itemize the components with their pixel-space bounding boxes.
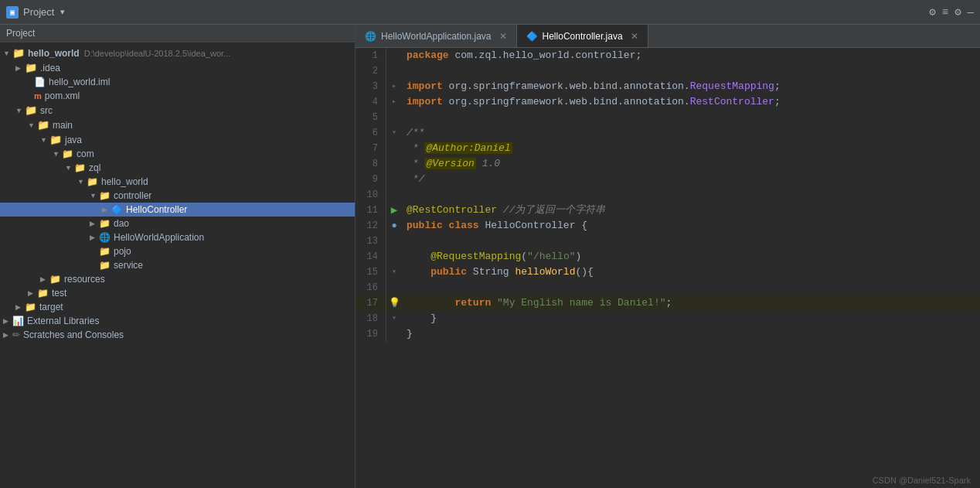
tree-item-scratches[interactable]: ✏ Scratches and Consoles bbox=[0, 328, 355, 342]
arrow-icon bbox=[77, 178, 87, 186]
tree-item-hello-world-app[interactable]: 🌐 HelloWorldApplication bbox=[0, 230, 355, 244]
tree-item-hello-controller[interactable]: 🔷 HelloController bbox=[0, 203, 355, 217]
tree-item-pom[interactable]: m pom.xml bbox=[0, 89, 355, 103]
code-line-3: 3 ▸ import org.springframework.web.bind.… bbox=[356, 79, 980, 94]
code-line-14: 14 @RequestMapping("/hello") bbox=[356, 249, 980, 264]
project-tree[interactable]: 📁 hello_world D:\develop\idealU-2018.2.5… bbox=[0, 43, 355, 488]
tree-item-iml[interactable]: 📄 hello_world.iml bbox=[0, 75, 355, 89]
fold-icon[interactable]: ▾ bbox=[392, 125, 396, 141]
tree-label: service bbox=[114, 260, 143, 271]
tree-label: External Libraries bbox=[27, 316, 99, 326]
folder-open-icon: 📁 bbox=[37, 119, 49, 131]
tree-item-resources[interactable]: 📁 resources bbox=[0, 272, 355, 286]
folder-open-icon: 📁 bbox=[74, 162, 86, 173]
tree-item-dao[interactable]: 📁 dao bbox=[0, 217, 355, 230]
tree-label: zql bbox=[89, 162, 100, 173]
line-number-2: 2 bbox=[356, 63, 386, 79]
minimize-icon[interactable]: — bbox=[968, 6, 974, 19]
code-line-18: 18 ▾ } bbox=[356, 311, 980, 326]
tree-item-java[interactable]: 📁 java bbox=[0, 132, 355, 147]
tree-item-pojo[interactable]: 📁 pojo bbox=[0, 244, 355, 258]
tree-label: .idea bbox=[40, 63, 60, 73]
project-icon: ▣ bbox=[6, 6, 19, 19]
tab-close-hc[interactable]: ✕ bbox=[631, 31, 638, 42]
line-gutter-2 bbox=[386, 63, 402, 79]
tab-close-hwapp[interactable]: ✕ bbox=[499, 31, 507, 42]
code-line-19: 19 } bbox=[356, 326, 980, 342]
arrow-icon bbox=[90, 220, 99, 227]
tree-item-hello-world-root[interactable]: 📁 hello_world D:\develop\idealU-2018.2.5… bbox=[0, 46, 355, 60]
code-line-9: 9 */ bbox=[356, 172, 980, 187]
line-gutter-7 bbox=[386, 141, 402, 156]
line-content-5 bbox=[402, 110, 980, 125]
tab-hello-world-app[interactable]: 🌐 HelloWorldApplication.java ✕ bbox=[356, 25, 517, 47]
code-editor[interactable]: 1 package com.zql.hello_world.controller… bbox=[356, 48, 980, 488]
tree-item-test[interactable]: 📁 test bbox=[0, 286, 355, 300]
line-content-18: } bbox=[402, 311, 980, 326]
line-gutter-10 bbox=[386, 187, 402, 203]
code-line-7: 7 * @Author:Daniel bbox=[356, 141, 980, 156]
line-content-4: import org.springframework.web.bind.anno… bbox=[402, 94, 980, 110]
code-line-2: 2 bbox=[356, 63, 980, 79]
folder-open-icon: 📁 bbox=[12, 47, 25, 59]
config-icon[interactable]: ⚙ bbox=[954, 5, 961, 19]
line-gutter-5 bbox=[386, 110, 402, 125]
settings-icon[interactable]: ⚙ bbox=[929, 5, 935, 19]
tab-hello-controller[interactable]: 🔷 HelloController.java ✕ bbox=[517, 25, 648, 47]
tree-item-controller[interactable]: 📁 controller bbox=[0, 189, 355, 203]
tree-label: hello_world bbox=[28, 48, 80, 59]
fold-icon[interactable]: ▾ bbox=[392, 311, 396, 326]
tree-label: controller bbox=[114, 190, 151, 201]
line-content-16 bbox=[402, 280, 980, 295]
tree-item-src[interactable]: 📁 src bbox=[0, 103, 355, 118]
tree-item-main[interactable]: 📁 main bbox=[0, 118, 355, 132]
title-bar-title: Project bbox=[23, 6, 54, 18]
run-icon[interactable]: ▶ bbox=[391, 203, 397, 218]
fold-icon[interactable]: ▾ bbox=[392, 264, 396, 280]
layout-icon[interactable]: ≡ bbox=[942, 6, 948, 19]
code-line-12: 12 ● public class HelloController { bbox=[356, 218, 980, 234]
code-line-6: 6 ▾ /** bbox=[356, 125, 980, 141]
tree-item-hello-world-pkg[interactable]: 📁 hello_world bbox=[0, 175, 355, 189]
folder-open-icon: 📁 bbox=[99, 190, 111, 201]
tab-icon-hwapp: 🌐 bbox=[365, 31, 376, 42]
line-gutter-17: 💡 bbox=[386, 295, 402, 311]
tree-item-zql[interactable]: 📁 zql bbox=[0, 161, 355, 175]
app-icon: 🌐 bbox=[99, 232, 111, 243]
arrow-icon bbox=[28, 121, 37, 129]
tree-label: HelloWorldApplication bbox=[114, 232, 204, 243]
line-gutter-12: ● bbox=[386, 218, 402, 234]
tree-item-idea[interactable]: 📁 .idea bbox=[0, 60, 355, 75]
line-gutter-8 bbox=[386, 156, 402, 172]
line-number-6: 6 bbox=[356, 125, 386, 141]
folder-open-icon: 📁 bbox=[87, 176, 98, 187]
fold-icon[interactable]: ▸ bbox=[392, 79, 396, 94]
tree-item-service[interactable]: 📁 service bbox=[0, 258, 355, 272]
tree-label: hello_world.iml bbox=[49, 77, 110, 87]
sidebar: Project 📁 hello_world D:\develop\idealU-… bbox=[0, 25, 356, 488]
code-line-11: 11 ▶ @RestController //为了返回一个字符串 bbox=[356, 203, 980, 218]
bulb-icon[interactable]: 💡 bbox=[389, 295, 400, 311]
line-content-12: public class HelloController { bbox=[402, 218, 980, 234]
folder-open-icon: 📁 bbox=[62, 148, 73, 159]
arrow-icon bbox=[40, 136, 49, 144]
line-gutter-3: ▸ bbox=[386, 79, 402, 94]
xml-icon: m bbox=[34, 91, 42, 101]
line-gutter-9 bbox=[386, 172, 402, 187]
line-content-8: * @Version 1.0 bbox=[402, 156, 980, 172]
line-gutter-19 bbox=[386, 326, 402, 342]
arrow-icon bbox=[102, 206, 111, 213]
line-number-8: 8 bbox=[356, 156, 386, 172]
iml-icon: 📄 bbox=[34, 77, 46, 87]
title-bar: ▣ Project ▾ ⚙ ≡ ⚙ — bbox=[0, 0, 980, 25]
line-gutter-6: ▾ bbox=[386, 125, 402, 141]
java-folder-icon: 📁 bbox=[49, 134, 62, 145]
fold-icon[interactable]: ▸ bbox=[392, 94, 396, 110]
code-line-4: 4 ▸ import org.springframework.web.bind.… bbox=[356, 94, 980, 110]
tree-item-target[interactable]: 📁 target bbox=[0, 300, 355, 314]
tree-item-com[interactable]: 📁 com bbox=[0, 147, 355, 161]
project-dropdown-icon[interactable]: ▾ bbox=[60, 7, 65, 17]
arrow-icon bbox=[90, 192, 99, 200]
tree-item-ext-libs[interactable]: 📊 External Libraries bbox=[0, 314, 355, 328]
arrow-icon bbox=[53, 150, 62, 158]
